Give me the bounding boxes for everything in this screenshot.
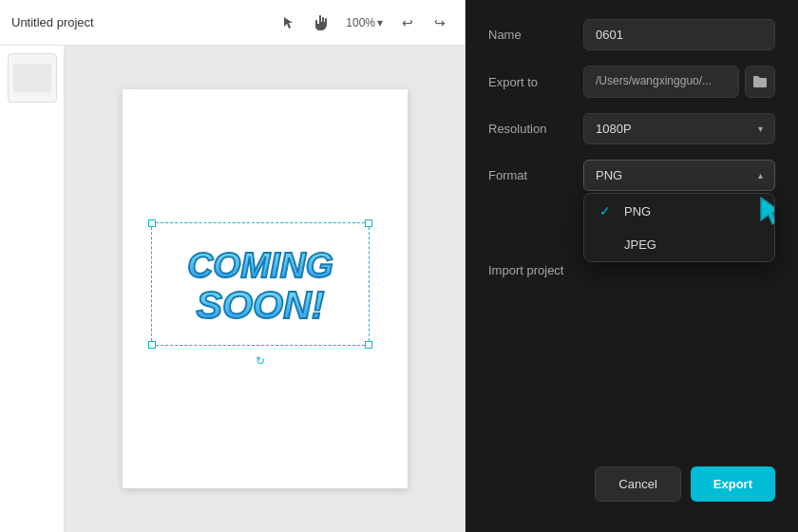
resolution-label: Resolution (488, 122, 583, 136)
export-panel: Name 0601 Export to /Users/wangxingguo/.… (466, 0, 798, 532)
zoom-control[interactable]: 100% ▾ (340, 10, 389, 36)
redo-icon: ↪ (434, 15, 446, 30)
resolution-select-wrapper: 1080P ▾ (583, 113, 775, 144)
import-project-label: Import project (488, 263, 583, 277)
format-label: Format (488, 168, 583, 182)
export-path-container: /Users/wangxingguo/... (583, 66, 775, 98)
dropdown-item-png[interactable]: ✓ PNG (584, 194, 774, 228)
name-row: Name 0601 (488, 19, 775, 50)
dropdown-item-jpeg[interactable]: JPEG (584, 228, 774, 261)
slides-sidebar: ... (0, 46, 65, 532)
export-path-input[interactable]: /Users/wangxingguo/... (583, 66, 739, 98)
project-title: Untitled project (11, 15, 268, 29)
resolution-value: 1080P (596, 122, 632, 136)
handle-tl[interactable] (148, 219, 156, 227)
import-project-row: Import project (488, 263, 775, 277)
chevron-down-icon: ▾ (758, 124, 763, 134)
panel-buttons: Cancel Export (595, 466, 775, 502)
editor-area: Untitled project 100% ▾ ↩ ↪ (0, 0, 466, 532)
name-label: Name (488, 28, 583, 42)
handle-tr[interactable] (365, 219, 372, 227)
hand-tool-icon[interactable] (308, 10, 334, 36)
format-row-container: Format PNG ▴ ✓ PNG (488, 160, 775, 191)
svg-text:...: ... (29, 74, 33, 80)
redo-button[interactable]: ↪ (427, 10, 453, 36)
canvas-area: COMING SOON! ↻ (65, 46, 465, 532)
svg-text:COMING: COMING (187, 245, 332, 285)
export-to-row: Export to /Users/wangxingguo/... (488, 66, 775, 98)
toolbar-icons: 100% ▾ ↩ ↪ (276, 10, 453, 36)
check-icon: ✓ (599, 203, 615, 218)
handle-br[interactable] (365, 341, 372, 349)
zoom-label: 100% (346, 16, 375, 29)
chevron-up-icon: ▴ (758, 170, 763, 180)
export-button[interactable]: Export (691, 466, 775, 502)
format-row: Format PNG ▴ ✓ PNG (488, 160, 775, 191)
select-tool-icon[interactable] (276, 10, 302, 36)
svg-marker-4 (761, 198, 775, 224)
rotate-handle[interactable]: ↻ (254, 354, 267, 368)
cancel-button[interactable]: Cancel (595, 466, 680, 502)
selection-box: COMING SOON! ↻ (151, 222, 370, 346)
name-input[interactable]: 0601 (583, 19, 775, 50)
coming-soon-element[interactable]: COMING SOON! (162, 233, 359, 335)
resolution-select[interactable]: 1080P ▾ (583, 113, 775, 144)
resolution-row: Resolution 1080P ▾ (488, 113, 775, 144)
undo-icon: ↩ (402, 15, 413, 30)
slide-thumb-1[interactable]: ... (8, 53, 57, 103)
dropdown-png-label: PNG (624, 204, 651, 218)
dropdown-jpeg-label: JPEG (624, 238, 656, 252)
format-value: PNG (596, 168, 622, 182)
editor-toolbar: Untitled project 100% ▾ ↩ ↪ (0, 0, 465, 46)
undo-button[interactable]: ↩ (394, 10, 421, 36)
format-dropdown: ✓ PNG JPEG (583, 193, 775, 262)
svg-text:SOON!: SOON! (196, 283, 324, 327)
canvas-white: COMING SOON! ↻ (123, 89, 408, 488)
format-select[interactable]: PNG ▴ (583, 160, 775, 191)
export-to-label: Export to (488, 75, 583, 89)
handle-bl[interactable] (148, 341, 156, 349)
folder-browse-button[interactable] (745, 66, 775, 98)
format-select-wrapper: PNG ▴ ✓ PNG JPEG (583, 160, 775, 191)
